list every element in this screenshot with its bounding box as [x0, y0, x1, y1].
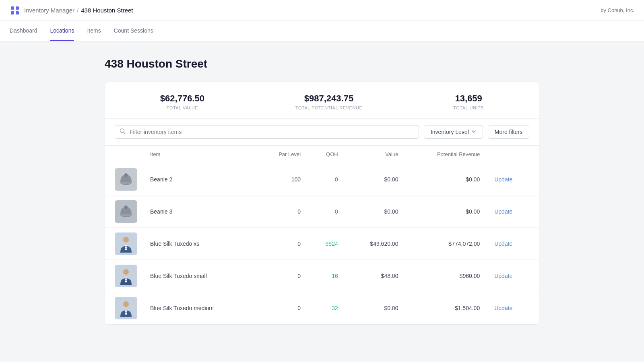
- par-level-cell: 0: [256, 260, 307, 292]
- item-thumb-cell: [105, 195, 144, 228]
- potential-revenue-cell: $774,072.00: [405, 228, 486, 260]
- par-level-cell: 0: [256, 195, 307, 228]
- nav-item-locations[interactable]: Locations: [50, 21, 74, 41]
- svg-point-11: [123, 237, 129, 243]
- search-input[interactable]: [115, 125, 419, 139]
- update-link[interactable]: Update: [494, 273, 512, 279]
- main-content: 438 Houston Street $62,776.50 TOTAL VALU…: [80, 41, 564, 341]
- svg-rect-9: [120, 214, 132, 216]
- search-wrapper: [115, 125, 419, 139]
- total-value-amount: $62,776.50: [160, 93, 204, 104]
- svg-point-21: [126, 310, 127, 311]
- col-potential-revenue-header: Potential Revenue: [405, 146, 486, 163]
- update-link[interactable]: Update: [494, 241, 512, 247]
- item-thumbnail: [115, 265, 137, 287]
- svg-point-19: [123, 301, 129, 307]
- inventory-card: $62,776.50 TOTAL VALUE $987,243.75 TOTAL…: [105, 82, 539, 325]
- col-action-header: [486, 146, 539, 163]
- item-name-cell: Blue Silk Tuxedo xs: [144, 228, 256, 260]
- page-title: 438 Houston Street: [105, 58, 539, 70]
- total-value-label: TOTAL VALUE: [160, 105, 204, 110]
- col-par-level-header: Par Level: [256, 146, 307, 163]
- table-header-row: Item Par Level QOH Value Potential Reven…: [105, 146, 539, 163]
- svg-point-22: [126, 312, 127, 313]
- par-level-cell: 0: [256, 228, 307, 260]
- par-level-cell: 100: [256, 163, 307, 195]
- col-value-header: Value: [345, 146, 405, 163]
- table-row: Beanie 300$0.00$0.00Update: [105, 195, 539, 228]
- search-icon: [120, 128, 126, 136]
- nav-item-items[interactable]: Items: [87, 21, 101, 41]
- update-link[interactable]: Update: [494, 305, 512, 311]
- stats-section: $62,776.50 TOTAL VALUE $987,243.75 TOTAL…: [105, 82, 539, 119]
- total-units-label: TOTAL UNITS: [453, 105, 484, 110]
- breadcrumb-separator: /: [77, 7, 78, 14]
- item-thumb-cell: [105, 228, 144, 260]
- app-name: Inventory Manager: [24, 7, 74, 14]
- item-name-cell: Beanie 3: [144, 195, 256, 228]
- qoh-cell: 9924: [307, 228, 345, 260]
- action-cell: Update: [486, 195, 539, 228]
- top-bar-left: Inventory Manager / 438 Houston Street: [10, 5, 133, 16]
- item-thumb-cell: [105, 163, 144, 195]
- chevron-down-icon: [471, 129, 476, 135]
- action-cell: Update: [486, 260, 539, 292]
- svg-point-14: [126, 247, 127, 249]
- value-cell: $49,620.00: [345, 228, 405, 260]
- nav-item-count-sessions[interactable]: Count Sessions: [114, 21, 153, 41]
- svg-rect-0: [11, 6, 14, 10]
- svg-rect-6: [120, 182, 132, 184]
- stats-row: $62,776.50 TOTAL VALUE $987,243.75 TOTAL…: [115, 93, 529, 110]
- par-level-cell: 0: [256, 292, 307, 324]
- qoh-cell: 0: [307, 195, 345, 228]
- item-thumbnail: [115, 232, 137, 255]
- value-cell: $0.00: [345, 163, 405, 195]
- value-cell: $0.00: [345, 195, 405, 228]
- potential-revenue-cell: $0.00: [405, 163, 486, 195]
- potential-revenue-label: TOTAL POTENTIAL REVENUE: [295, 105, 363, 110]
- value-cell: $0.00: [345, 292, 405, 324]
- qoh-cell: 32: [307, 292, 345, 324]
- nav-item-dashboard[interactable]: Dashboard: [10, 21, 37, 41]
- svg-point-15: [123, 269, 129, 275]
- svg-rect-1: [16, 6, 19, 10]
- potential-revenue-amount: $987,243.75: [295, 93, 363, 104]
- svg-point-13: [126, 246, 127, 247]
- action-cell: Update: [486, 228, 539, 260]
- table-row: Beanie 21000$0.00$0.00Update: [105, 163, 539, 195]
- col-qoh-header: QOH: [307, 146, 345, 163]
- svg-rect-2: [11, 11, 14, 14]
- svg-point-7: [124, 173, 128, 177]
- update-link[interactable]: Update: [494, 176, 512, 183]
- main-nav: Dashboard Locations Items Count Sessions: [0, 21, 644, 41]
- potential-revenue-cell: $1,504.00: [405, 292, 486, 324]
- stat-total-units: 13,659 TOTAL UNITS: [453, 93, 484, 110]
- item-thumbnail: [115, 168, 137, 191]
- filter-section: Inventory Level More filters: [105, 119, 539, 146]
- item-thumb-cell: [105, 260, 144, 292]
- action-cell: Update: [486, 163, 539, 195]
- svg-rect-3: [16, 11, 19, 14]
- col-thumb: [105, 146, 144, 163]
- table-row: Blue Silk Tuxedo xs09924$49,620.00$774,0…: [105, 228, 539, 260]
- stat-total-value: $62,776.50 TOTAL VALUE: [160, 93, 204, 110]
- stat-potential-revenue: $987,243.75 TOTAL POTENTIAL REVENUE: [295, 93, 363, 110]
- app-icon: [10, 5, 20, 16]
- inventory-level-label: Inventory Level: [431, 129, 469, 135]
- action-cell: Update: [486, 292, 539, 324]
- potential-revenue-cell: $960.00: [405, 260, 486, 292]
- qoh-cell: 16: [307, 260, 345, 292]
- inventory-level-filter-button[interactable]: Inventory Level: [424, 125, 483, 139]
- by-label: by Cohub, Inc.: [601, 7, 634, 13]
- more-filters-button[interactable]: More filters: [488, 125, 529, 139]
- item-name-cell: Beanie 2: [144, 163, 256, 195]
- item-thumbnail: [115, 297, 137, 319]
- svg-point-18: [126, 280, 127, 281]
- potential-revenue-cell: $0.00: [405, 195, 486, 228]
- total-units-amount: 13,659: [453, 93, 484, 104]
- item-thumb-cell: [105, 292, 144, 324]
- item-thumbnail: [115, 200, 137, 223]
- update-link[interactable]: Update: [494, 208, 512, 215]
- breadcrumb: Inventory Manager / 438 Houston Street: [24, 7, 133, 14]
- svg-point-17: [126, 278, 127, 279]
